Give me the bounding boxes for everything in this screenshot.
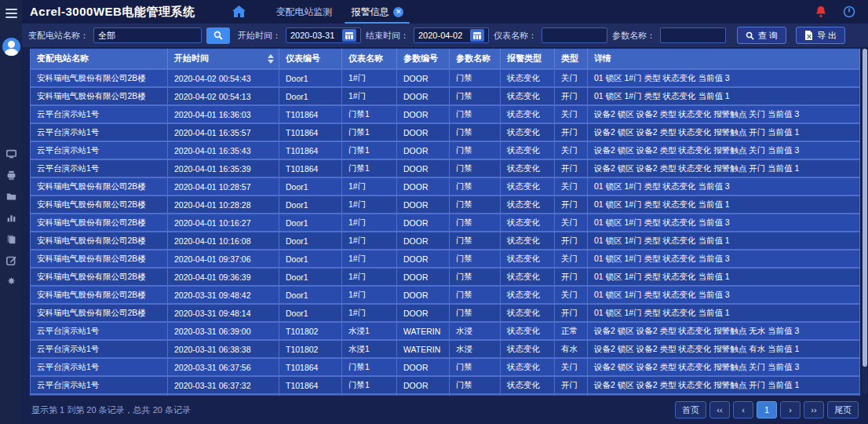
scrollbar-thumb[interactable] xyxy=(863,49,867,367)
start-date-input[interactable]: 2020-03-31 xyxy=(286,27,361,43)
table-row[interactable]: 云平台演示站1号2020-04-01 16:35:39T101864门禁1DOO… xyxy=(31,159,860,177)
query-button-label: 查 询 xyxy=(758,30,778,42)
col-type[interactable]: 类型 xyxy=(555,49,588,69)
first-page-button[interactable]: 首页 xyxy=(675,401,706,419)
prev-page-button[interactable]: ‹ xyxy=(733,401,753,419)
cell-meter-name: 门禁1 xyxy=(342,141,397,159)
cell-detail: 01 锁区 1#门 类型 状态变化 当前值 1 xyxy=(588,304,860,322)
meter-name-input[interactable] xyxy=(542,27,607,43)
documents-icon[interactable] xyxy=(5,233,16,244)
vertical-scrollbar[interactable] xyxy=(863,49,867,394)
cell-detail: 01 锁区 1#门 类型 状态变化 当前值 1 xyxy=(588,196,860,214)
cell-start-time: 2020-03-31 09:48:14 xyxy=(168,304,279,322)
topbar-actions xyxy=(816,5,855,18)
col-meter-name[interactable]: 仪表名称 xyxy=(342,49,397,69)
cell-param-no: DOOR xyxy=(397,250,450,268)
col-start-time[interactable]: 开始时间 xyxy=(168,49,279,69)
table-row[interactable]: 安科瑞电气股份有限公司2B楼2020-04-01 10:28:28Door11#… xyxy=(31,196,860,214)
cell-alarm-type: 状态变化 xyxy=(501,69,555,87)
page-number-button[interactable]: 1 xyxy=(757,401,777,419)
table-row[interactable]: 安科瑞电气股份有限公司2B楼2020-04-01 10:28:57Door11#… xyxy=(31,177,860,196)
meter-name-field[interactable] xyxy=(546,31,603,40)
alarm-bell-icon[interactable] xyxy=(816,6,826,17)
table-row[interactable]: 云平台演示站1号2020-03-31 06:37:32T101864门禁1DOO… xyxy=(31,376,860,394)
cell-station: 云平台演示站1号 xyxy=(31,340,168,358)
monitor-icon[interactable] xyxy=(5,148,16,159)
table-row[interactable]: 安科瑞电气股份有限公司2B楼2020-04-01 09:37:06Door11#… xyxy=(31,250,860,268)
cell-start-time: 2020-03-31 06:37:32 xyxy=(168,376,279,394)
cell-param-name: 门禁 xyxy=(450,286,501,304)
table-row[interactable]: 安科瑞电气股份有限公司2B楼2020-04-01 10:16:08Door11#… xyxy=(31,232,860,250)
cell-meter-name: 1#门 xyxy=(342,232,397,250)
col-alarm-type[interactable]: 报警类型 xyxy=(501,49,555,69)
start-date-value: 2020-03-31 xyxy=(290,31,334,40)
param-name-field[interactable] xyxy=(665,31,721,40)
cell-detail: 设备2 锁区 设备2 类型 状态变化 报警触点 开门 当前值 1 xyxy=(588,376,860,394)
cell-param-no: DOOR xyxy=(397,232,450,250)
table-row[interactable]: 安科瑞电气股份有限公司2B楼2020-03-31 09:48:42Door11#… xyxy=(31,286,860,304)
col-param-name[interactable]: 参数名称 xyxy=(450,49,501,69)
menu-toggle-icon[interactable] xyxy=(5,6,17,20)
export-button-label: 导 出 xyxy=(817,30,837,42)
station-search-button[interactable] xyxy=(206,27,230,44)
table-row[interactable]: 安科瑞电气股份有限公司2B楼2020-03-31 09:48:14Door11#… xyxy=(31,304,860,322)
tab-close-icon[interactable]: ✕ xyxy=(393,7,403,17)
table-row[interactable]: 云平台演示站1号2020-03-31 06:37:56T101864门禁1DOO… xyxy=(31,358,860,376)
meter-name-label: 仪表名称： xyxy=(494,30,537,42)
fast-prev-button[interactable]: ‹‹ xyxy=(709,401,730,419)
gear-icon[interactable] xyxy=(5,276,16,287)
cell-station: 安科瑞电气股份有限公司2B楼 xyxy=(31,196,168,214)
table-row[interactable]: 云平台演示站1号2020-04-01 16:36:03T101864门禁1DOO… xyxy=(31,105,860,123)
table-row[interactable]: 云平台演示站1号2020-04-01 16:35:43T101864门禁1DOO… xyxy=(31,141,860,159)
user-avatar[interactable] xyxy=(2,38,20,56)
last-page-button[interactable]: 尾页 xyxy=(827,401,859,419)
col-detail[interactable]: 详情 xyxy=(588,49,860,69)
cell-detail: 设备2 锁区 设备2 类型 状态变化 报警触点 关门 当前值 3 xyxy=(588,105,860,123)
cell-meter-no: Door1 xyxy=(279,87,342,105)
export-button[interactable]: 导 出 xyxy=(796,27,845,44)
calendar-icon[interactable] xyxy=(470,29,484,42)
table-row[interactable]: 安科瑞电气股份有限公司2B楼2020-04-02 00:54:13Door11#… xyxy=(31,87,860,105)
tab-label: 变配电站监测 xyxy=(275,5,332,19)
param-name-input[interactable] xyxy=(660,27,726,43)
cell-type: 关门 xyxy=(555,214,588,232)
calendar-icon[interactable] xyxy=(342,29,356,42)
tab-alarm-info[interactable]: 报警信息 ✕ xyxy=(341,0,413,24)
cell-meter-no: Door1 xyxy=(279,250,342,268)
home-icon[interactable] xyxy=(232,5,246,19)
cell-type: 开门 xyxy=(555,123,588,141)
table-row[interactable]: 云平台演示站1号2020-03-31 06:39:00T101802水浸1WAT… xyxy=(31,322,860,340)
col-param-no[interactable]: 参数编号 xyxy=(397,49,450,69)
col-station[interactable]: 变配电站名称 xyxy=(31,49,168,69)
cell-param-name: 门禁 xyxy=(450,177,501,196)
cell-meter-no: Door1 xyxy=(279,177,342,196)
cell-alarm-type: 状态变化 xyxy=(501,322,555,340)
cell-alarm-type: 状态变化 xyxy=(501,340,555,358)
table-row[interactable]: 云平台演示站1号2020-03-31 06:38:38T101802水浸1WAT… xyxy=(31,340,860,358)
table-row[interactable]: 安科瑞电气股份有限公司2B楼2020-04-02 00:54:43Door11#… xyxy=(31,69,860,87)
tab-substation-monitor[interactable]: 变配电站监测 xyxy=(266,0,341,24)
power-icon[interactable] xyxy=(843,5,855,18)
query-button[interactable]: 查 询 xyxy=(737,27,786,44)
next-page-button[interactable]: › xyxy=(780,401,801,419)
cell-station: 安科瑞电气股份有限公司2B楼 xyxy=(31,69,168,87)
table-row[interactable]: 安科瑞电气股份有限公司2B楼2020-04-01 10:16:27Door11#… xyxy=(31,214,860,232)
cell-param-name: 门禁 xyxy=(450,358,501,376)
folder-icon[interactable] xyxy=(5,191,16,202)
sort-icon[interactable] xyxy=(268,54,274,64)
cell-param-name: 门禁 xyxy=(450,69,501,87)
fast-next-button[interactable]: ›› xyxy=(804,401,824,419)
cell-meter-no: Door1 xyxy=(279,268,342,286)
table-row[interactable]: 云平台演示站1号2020-04-01 16:35:57T101864门禁1DOO… xyxy=(31,123,860,141)
col-meter-no[interactable]: 仪表编号 xyxy=(279,49,342,69)
printer-icon[interactable] xyxy=(5,170,16,181)
cell-detail: 设备2 锁区 设备2 类型 状态变化 报警触点 关门 当前值 3 xyxy=(588,358,860,376)
edit-icon[interactable] xyxy=(5,254,16,265)
bar-chart-icon[interactable] xyxy=(5,212,16,223)
table-row[interactable]: 安科瑞电气股份有限公司2B楼2020-04-01 09:36:39Door11#… xyxy=(31,268,860,286)
cell-type: 正常 xyxy=(555,322,588,340)
cell-meter-name: 门禁1 xyxy=(342,123,397,141)
end-date-input[interactable]: 2020-04-02 xyxy=(414,27,489,43)
station-select[interactable]: 全部 xyxy=(93,27,202,43)
cell-type: 关门 xyxy=(555,286,588,304)
